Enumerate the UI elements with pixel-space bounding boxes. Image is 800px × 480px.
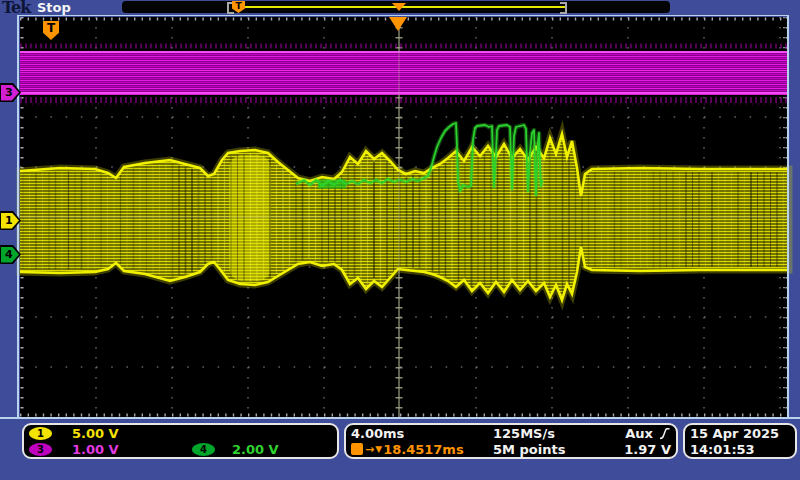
trigger-row: → ▼ 18.4517ms 5M points 1.97 V: [351, 441, 671, 457]
waveform-display-area[interactable]: [0, 0, 800, 480]
record-length-value: 5M points: [493, 442, 611, 457]
channel-4-marker-label: 4: [1, 247, 19, 263]
acquisition-overview-bar[interactable]: T: [122, 1, 670, 13]
time-row: 14:01:53: [690, 441, 790, 457]
ch1-scale-row: 1 5.00 V: [29, 425, 332, 441]
ch1-badge[interactable]: 1: [29, 427, 52, 440]
graticule-border-bottom: [0, 417, 800, 419]
ch3-scale: 1.00 V: [72, 442, 192, 457]
channel-scales-readout-box[interactable]: 1 5.00 V 3 1.00 V 4 2.00 V: [22, 423, 339, 459]
expansion-point-icon: [392, 3, 406, 11]
channel-3-position-marker[interactable]: 3: [0, 83, 21, 102]
datetime-readout-box[interactable]: 15 Apr 2025 14:01:53: [683, 423, 797, 459]
tek-logo: Tek: [2, 0, 30, 17]
top-status-bar: Tek Stop T: [0, 0, 800, 15]
ch3-badge[interactable]: 3: [29, 443, 52, 456]
record-view-right-bracket: [560, 2, 567, 14]
ch3-ch4-scale-row: 3 1.00 V 4 2.00 V: [29, 441, 332, 457]
time-value: 14:01:53: [690, 442, 755, 457]
ch4-badge[interactable]: 4: [192, 443, 215, 456]
acquisition-status: Stop: [37, 0, 71, 15]
timebase-row: 4.00ms 125MS/s Aux: [351, 425, 671, 441]
arrow-right-icon: →: [365, 443, 374, 456]
sample-rate-value: 125MS/s: [493, 426, 611, 441]
channel-4-position-marker[interactable]: 4: [0, 245, 21, 264]
channel-3-marker-label: 3: [1, 85, 19, 101]
triangle-down-icon: ▼: [375, 444, 382, 454]
trigger-source: Aux: [611, 426, 671, 441]
ch4-scale: 2.00 V: [232, 442, 279, 457]
channel-1-marker-label: 1: [1, 213, 19, 229]
trigger-flag-small-icon: [351, 443, 363, 455]
channel-1-position-marker[interactable]: 1: [0, 211, 21, 230]
rising-edge-icon: [659, 427, 671, 440]
trigger-delay: → ▼ 18.4517ms: [351, 442, 493, 457]
trigger-delay-value: 18.4517ms: [383, 442, 464, 457]
date-row: 15 Apr 2025: [690, 425, 790, 441]
ch1-scale: 5.00 V: [72, 426, 119, 441]
trigger-level-value: 1.97 V: [611, 442, 671, 457]
horizontal-trigger-readout-box[interactable]: 4.00ms 125MS/s Aux → ▼ 18.4517ms 5M poin…: [344, 423, 678, 459]
timebase-value: 4.00ms: [351, 426, 493, 441]
date-value: 15 Apr 2025: [690, 426, 779, 441]
